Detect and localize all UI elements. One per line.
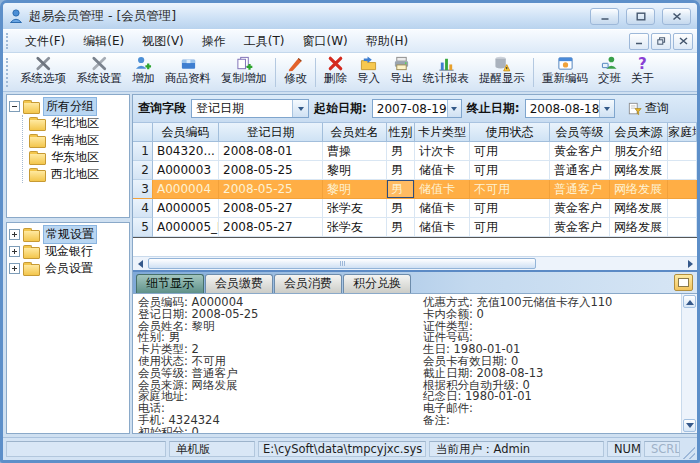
toolbar-button-shift[interactable]: 交班 — [593, 54, 626, 91]
scroll-down-button[interactable] — [683, 419, 696, 432]
table-cell[interactable]: 网络发展 — [610, 161, 668, 180]
table-row[interactable]: 5 A000005_B 2008-05-27 张学友 男 储值卡 可用 黄金客户… — [133, 218, 697, 237]
mdi-minimize-button[interactable] — [629, 33, 649, 50]
table-cell[interactable]: 普通客户 — [550, 161, 610, 180]
table-cell[interactable]: 黄金客户 — [550, 199, 610, 218]
collapse-icon[interactable] — [9, 101, 20, 112]
tree-item-all-groups[interactable]: 所有分组 — [9, 98, 127, 115]
menu-item-help[interactable]: 帮助(H) — [357, 31, 417, 52]
toolbar-button-copy-add[interactable]: 复制增加 — [216, 54, 272, 91]
toolbar-button-about[interactable]: ? 关于 — [626, 54, 659, 91]
table-row[interactable]: 4 A000005 2008-05-27 张学友 男 储值卡 可用 黄金客户 网… — [133, 199, 697, 218]
menu-item-tools[interactable]: 工具(T) — [235, 31, 294, 52]
vertical-scrollbar[interactable] — [681, 294, 697, 433]
tree-item-region-northwest[interactable]: 西北地区 — [23, 166, 127, 183]
table-cell[interactable]: 男 — [387, 218, 415, 237]
tree-item-cash-bank[interactable]: 现金银行 — [9, 243, 127, 260]
table-cell[interactable]: 朋友介绍 — [610, 142, 668, 161]
dropdown-button[interactable] — [599, 100, 613, 117]
table-header-cell[interactable]: 会员姓名 — [323, 123, 387, 142]
table-cell[interactable]: A000003 — [153, 161, 219, 180]
tree-item-region-east[interactable]: 华东地区 — [23, 149, 127, 166]
expand-icon[interactable] — [9, 263, 20, 274]
expand-icon[interactable] — [9, 246, 20, 257]
menu-item-edit[interactable]: 编辑(E) — [74, 31, 133, 52]
table-row-selected[interactable]: 3 A000004 2008-05-25 黎明 男 储值卡 不可用 普通客户 网… — [133, 180, 697, 199]
table-cell[interactable]: 2008-08-01 — [219, 142, 323, 161]
table-header-cell[interactable]: 卡片类型 — [415, 123, 470, 142]
table-cell[interactable]: 储值卡 — [415, 161, 470, 180]
search-button[interactable]: 查询 — [624, 99, 673, 118]
table-cell-focused[interactable]: 男 — [387, 180, 415, 199]
scroll-left-button[interactable] — [133, 257, 146, 270]
menu-item-window[interactable]: 窗口(W) — [294, 31, 357, 52]
tree-item-general-settings[interactable]: 常规设置 — [9, 226, 127, 243]
toolbar-grip[interactable] — [6, 58, 12, 87]
dropdown-button[interactable] — [447, 100, 461, 117]
table-cell[interactable]: 男 — [387, 199, 415, 218]
table-cell[interactable]: A000004 — [153, 180, 219, 199]
table-header-cell[interactable]: 登记日期 — [219, 123, 323, 142]
table-cell[interactable]: 储值卡 — [415, 180, 470, 199]
table-cell[interactable]: 曹操 — [323, 142, 387, 161]
table-cell[interactable] — [668, 142, 697, 161]
toolbar-button-import[interactable]: 导入 — [352, 54, 385, 91]
table-cell[interactable]: 不可用 — [470, 180, 550, 199]
table-cell[interactable]: 网络发展 — [610, 218, 668, 237]
table-cell[interactable]: 黎明 — [323, 180, 387, 199]
mdi-close-button[interactable] — [673, 33, 693, 50]
table-header-cell[interactable]: 性别 — [387, 123, 415, 142]
table-cell[interactable]: 2008-05-25 — [219, 180, 323, 199]
expand-icon[interactable] — [9, 229, 20, 240]
toolbar-button-system-settings[interactable]: 系统设置 — [71, 54, 127, 91]
close-button[interactable] — [662, 8, 691, 25]
mdi-restore-button[interactable] — [651, 33, 671, 50]
table-header-cell[interactable]: 会员编码 — [153, 123, 219, 142]
table-cell[interactable]: 网络发展 — [610, 199, 668, 218]
table-row[interactable]: 2 A000003 2008-05-25 黎明 男 储值卡 可用 普通客户 网络… — [133, 161, 697, 180]
table-cell[interactable]: 可用 — [470, 161, 550, 180]
query-field-select[interactable]: 登记日期 — [191, 99, 309, 118]
menu-item-file[interactable]: 文件(F) — [16, 31, 74, 52]
table-cell[interactable] — [668, 180, 697, 199]
tab-points-exchange[interactable]: 积分兑换 — [343, 274, 411, 293]
tab-member-payment[interactable]: 会员缴费 — [205, 274, 273, 293]
horizontal-scrollbar[interactable] — [133, 256, 697, 270]
table-cell[interactable] — [668, 161, 697, 180]
tree-item-region-south[interactable]: 华南地区 — [23, 132, 127, 149]
table-cell[interactable]: B04320... — [153, 142, 219, 161]
start-date-select[interactable]: 2007-08-19 — [372, 99, 462, 118]
table-cell[interactable]: 2008-05-27 — [219, 199, 323, 218]
table-row[interactable]: 1 B04320... 2008-08-01 曹操 男 计次卡 可用 黄金客户 … — [133, 142, 697, 161]
table-cell[interactable]: 张学友 — [323, 199, 387, 218]
scrollbar-thumb[interactable] — [148, 258, 536, 269]
table-cell[interactable]: 网络发展 — [610, 180, 668, 199]
scroll-up-button[interactable] — [683, 295, 696, 308]
table-cell[interactable]: 黄金客户 — [550, 218, 610, 237]
table-cell[interactable] — [668, 199, 697, 218]
minimize-button[interactable] — [590, 8, 619, 25]
table-cell[interactable]: 黄金客户 — [550, 142, 610, 161]
maximize-button[interactable] — [626, 8, 655, 25]
table-cell[interactable]: 男 — [387, 142, 415, 161]
table-cell[interactable]: 2008-05-25 — [219, 161, 323, 180]
table-cell[interactable]: 计次卡 — [415, 142, 470, 161]
menu-item-operate[interactable]: 操作 — [193, 31, 235, 52]
table-cell[interactable]: 男 — [387, 161, 415, 180]
table-cell[interactable]: 可用 — [470, 199, 550, 218]
table-cell[interactable]: A000005 — [153, 199, 219, 218]
menu-item-view[interactable]: 视图(V) — [133, 31, 193, 52]
table-header-cell[interactable]: 家庭地址 — [668, 123, 697, 142]
toolbar-button-add[interactable]: 增加 — [127, 54, 160, 91]
table-cell[interactable]: 张学友 — [323, 218, 387, 237]
table-cell[interactable]: 储值卡 — [415, 199, 470, 218]
toolbar-button-goods[interactable]: 商品资料 — [160, 54, 216, 91]
toolbar-button-edit[interactable]: 修改 — [279, 54, 312, 91]
toolbar-button-alert[interactable]: 提醒显示 — [474, 54, 530, 91]
table-cell[interactable]: 普通客户 — [550, 180, 610, 199]
toolbar-button-recode[interactable]: 重新编码 — [537, 54, 593, 91]
end-date-select[interactable]: 2008-08-18 — [525, 99, 615, 118]
detail-panel-icon-button[interactable] — [674, 274, 693, 291]
scroll-right-button[interactable] — [684, 257, 697, 270]
table-cell[interactable]: A000005_B — [153, 218, 219, 237]
